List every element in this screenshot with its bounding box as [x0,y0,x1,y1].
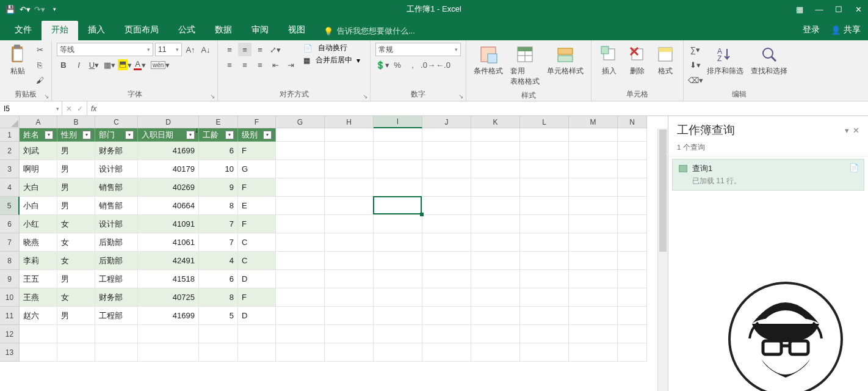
cell[interactable]: 王燕 [20,288,57,307]
cell[interactable]: 性别▾ [57,128,95,142]
cell[interactable]: 8 [199,288,238,307]
col-header-E[interactable]: E [199,116,238,128]
dialog-launcher-icon[interactable]: ↘ [363,93,367,100]
merge-center-button[interactable]: ▦ 合并后居中 ▾ [303,55,360,65]
column-headers[interactable]: ABCDEFGHIJKLMN [20,116,647,128]
col-header-J[interactable]: J [422,116,471,128]
redo-icon[interactable]: ↷▾ [33,2,46,16]
border-button[interactable]: ▦▾ [103,58,116,71]
row-header[interactable]: 11 [0,307,20,325]
cell[interactable]: 9 [199,178,238,197]
tell-me[interactable]: 💡 告诉我您想要做什么... [324,22,415,40]
cell[interactable] [618,128,647,142]
cell[interactable] [471,343,520,362]
cell[interactable]: 设计部 [95,160,138,178]
cell[interactable] [471,270,520,288]
cell[interactable] [325,178,374,197]
cell[interactable] [520,178,569,197]
cell[interactable] [471,178,520,197]
increase-indent-icon[interactable]: ⇥ [284,58,297,71]
formula-input[interactable] [100,101,868,115]
enter-formula-icon[interactable]: ✓ [77,104,83,113]
qat-customize-icon[interactable]: ▾ [48,2,61,16]
cell[interactable]: 5 [199,307,238,325]
cell[interactable] [57,325,95,343]
format-cells-button[interactable]: 格式 [653,43,678,78]
cell[interactable] [569,343,618,362]
cell[interactable] [520,233,569,252]
cell[interactable] [325,233,374,252]
cell[interactable] [520,128,569,142]
cell[interactable] [569,160,618,178]
cell[interactable] [374,142,422,160]
cell[interactable]: F [238,288,276,307]
cell[interactable] [276,288,325,307]
cell[interactable] [471,252,520,270]
cell[interactable]: 设计部 [95,215,138,233]
cell[interactable] [618,343,647,362]
row-header[interactable]: 12 [0,325,20,343]
cell[interactable] [325,325,374,343]
close-icon[interactable]: ✕ [848,0,868,18]
format-as-table-button[interactable]: 套用 表格格式 [508,43,542,88]
cell[interactable]: 10 [199,160,238,178]
align-right-icon[interactable]: ≡ [253,58,267,71]
cell[interactable] [422,128,471,142]
cell[interactable] [422,343,471,362]
cell[interactable]: 工龄▾ [199,128,238,142]
cell[interactable] [374,178,422,197]
sort-filter-button[interactable]: AZ排序和筛选 [704,43,746,78]
cell[interactable]: 啊明 [20,160,57,178]
cell[interactable] [374,215,422,233]
cell[interactable] [422,233,471,252]
cell[interactable]: 入职日期▾ [138,128,199,142]
cell[interactable] [325,160,374,178]
cell[interactable] [471,307,520,325]
col-header-H[interactable]: H [325,116,374,128]
row-header[interactable]: 13 [0,343,20,362]
cell[interactable] [422,197,471,215]
cell[interactable] [520,252,569,270]
cell[interactable] [276,233,325,252]
cell[interactable]: 41699 [138,307,199,325]
cell[interactable] [618,197,647,215]
number-format-combo[interactable]: 常规▾ [375,43,461,56]
row-header[interactable]: 5 [0,197,20,215]
cell[interactable]: 部门▾ [95,128,138,142]
tab-insert[interactable]: 插入 [78,21,115,40]
cell[interactable] [422,325,471,343]
cell[interactable]: 刘武 [20,142,57,160]
cell[interactable]: 男 [57,178,95,197]
cell[interactable]: 女 [57,215,95,233]
cell[interactable]: 大白 [20,178,57,197]
cell[interactable]: 40269 [138,178,199,197]
cell[interactable]: C [238,252,276,270]
cell[interactable]: 后勤部 [95,233,138,252]
tab-formulas[interactable]: 公式 [168,21,205,40]
cell[interactable] [325,215,374,233]
cell[interactable] [238,325,276,343]
cell[interactable]: 41518 [138,270,199,288]
name-box[interactable]: I5▾ [0,101,62,115]
col-header-B[interactable]: B [57,116,95,128]
cell[interactable] [276,252,325,270]
cell[interactable] [422,270,471,288]
dialog-launcher-icon[interactable]: ↘ [210,93,215,100]
cell[interactable] [325,343,374,362]
undo-icon[interactable]: ↶▾ [18,2,32,16]
cell[interactable]: 后勤部 [95,252,138,270]
align-middle-icon[interactable]: ≡ [238,43,251,56]
cell[interactable]: 7 [199,233,238,252]
cell[interactable]: 41091 [138,215,199,233]
font-name-combo[interactable]: 等线▾ [57,43,153,56]
cell[interactable]: 财务部 [95,288,138,307]
cell[interactable] [520,215,569,233]
cell[interactable] [618,325,647,343]
cell[interactable] [95,325,138,343]
cell[interactable] [276,128,325,142]
conditional-formatting-button[interactable]: 条件格式 [471,43,505,78]
cell[interactable]: 李莉 [20,252,57,270]
save-icon[interactable]: 💾 [4,2,17,16]
cell[interactable] [569,142,618,160]
cell[interactable]: 7 [199,215,238,233]
